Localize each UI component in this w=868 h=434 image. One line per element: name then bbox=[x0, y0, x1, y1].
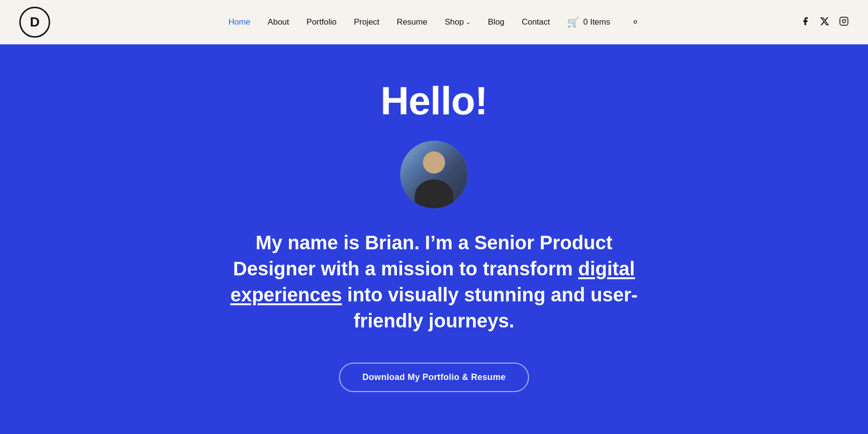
cart-count: 0 Items bbox=[583, 17, 610, 27]
hero-text-before: My name is Brian. I’m a Senior Product D… bbox=[233, 232, 612, 279]
avatar-image bbox=[400, 141, 468, 208]
nav-about[interactable]: About bbox=[268, 17, 289, 27]
nav-portfolio[interactable]: Portfolio bbox=[307, 17, 337, 27]
twitter-x-icon[interactable] bbox=[820, 16, 829, 28]
instagram-icon[interactable] bbox=[839, 16, 849, 28]
facebook-icon[interactable] bbox=[800, 16, 810, 28]
svg-point-2 bbox=[846, 18, 847, 19]
hero-section: Hello! My name is Brian. I’m a Senior Pr… bbox=[0, 44, 868, 434]
hero-text-after: into visually stunning and user-friendly… bbox=[342, 284, 637, 331]
cart-area[interactable]: 🛒 0 Items bbox=[567, 16, 610, 28]
nav-home[interactable]: Home bbox=[229, 17, 250, 27]
avatar bbox=[400, 141, 468, 208]
cart-icon: 🛒 bbox=[567, 16, 579, 28]
search-icon[interactable]: ⚬ bbox=[631, 16, 639, 28]
logo-circle: D bbox=[19, 7, 50, 38]
chevron-down-icon: ⌄ bbox=[466, 19, 471, 26]
hero-title: Hello! bbox=[380, 78, 488, 123]
site-header: D Home About Portfolio Project Resume Sh… bbox=[0, 0, 868, 44]
logo[interactable]: D bbox=[19, 7, 50, 38]
nav-resume[interactable]: Resume bbox=[397, 17, 427, 27]
social-links bbox=[800, 16, 849, 28]
svg-rect-0 bbox=[840, 17, 848, 25]
nav-shop-label: Shop bbox=[445, 17, 464, 27]
hero-body-text: My name is Brian. I’m a Senior Product D… bbox=[227, 230, 641, 334]
nav-project[interactable]: Project bbox=[354, 17, 380, 27]
main-nav: Home About Portfolio Project Resume Shop… bbox=[229, 16, 639, 28]
nav-shop[interactable]: Shop ⌄ bbox=[445, 17, 471, 27]
download-cta-button[interactable]: Download My Portfolio & Resume bbox=[339, 363, 529, 392]
nav-contact[interactable]: Contact bbox=[522, 17, 550, 27]
svg-point-1 bbox=[842, 19, 846, 23]
logo-letter: D bbox=[30, 14, 40, 30]
nav-blog[interactable]: Blog bbox=[488, 17, 504, 27]
